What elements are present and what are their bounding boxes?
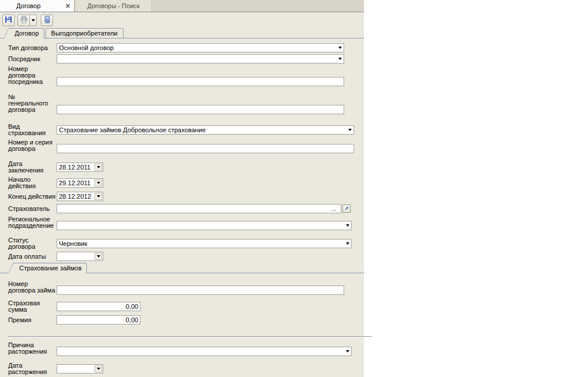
termination-date-label: Дата расторжения (8, 362, 57, 375)
dropdown-arrow-icon (346, 224, 349, 227)
contract-type-select[interactable]: Основной договор (57, 43, 344, 52)
calculator-button[interactable] (41, 15, 53, 26)
intermediary-select[interactable] (57, 54, 344, 64)
contract-status-value: Черновик (59, 240, 344, 247)
print-dropdown-button[interactable] (30, 15, 37, 26)
insured-sum-label: Страховая сумма (8, 300, 57, 313)
save-icon (5, 16, 12, 24)
termination-reason-select[interactable] (57, 347, 352, 356)
document-tabstrip: Договор ✕ Договоры - Поиск (0, 0, 364, 12)
end-date-picker[interactable]: 28.12.2012 (57, 192, 103, 201)
tab-contracts-search-label: Договоры - Поиск (88, 2, 140, 9)
insured-input[interactable]: … (57, 204, 341, 213)
start-date-label: Начало действия (8, 176, 57, 189)
page-tab-contract-label: Договор (15, 30, 39, 37)
insurance-kind-value: Страхование займов Добровольное страхова… (59, 126, 346, 133)
dropdown-arrow-icon (97, 182, 100, 184)
loan-tab-label: Страхование займов (19, 265, 82, 272)
page-tabstrip: Договор Выгодоприобретатели (0, 28, 364, 38)
close-icon[interactable]: ✕ (65, 3, 71, 9)
loan-number-label: Номер договора займа (8, 280, 57, 295)
contract-type-label: Тип договора (8, 44, 57, 51)
dropdown-arrow-icon (97, 195, 100, 198)
regional-unit-label: Региональное подразделение (8, 216, 57, 230)
dropdown-arrow-icon (97, 166, 100, 168)
contract-number-series-input[interactable] (57, 144, 354, 153)
browse-ellipsis-button[interactable]: … (330, 206, 339, 211)
loan-tab[interactable]: Страхование займов (14, 263, 87, 273)
termination-reason-label: Причина расторжения (8, 341, 57, 356)
intermediary-number-input[interactable] (57, 77, 344, 86)
conclusion-date-label: Дата заключения (8, 160, 57, 174)
contract-form: Тип договора Основной договор Посредник … (0, 43, 364, 377)
intermediary-number-label: Номер договора посредника (8, 65, 57, 86)
end-date-value: 28.12.2012 (59, 193, 94, 200)
dropdown-arrow-icon (338, 47, 342, 49)
calculator-icon (44, 16, 51, 24)
termination-date-picker[interactable] (57, 364, 103, 374)
page-tab-contract[interactable]: Договор (9, 28, 44, 38)
conclusion-date-picker[interactable]: 28.12.2011 (57, 163, 103, 172)
dropdown-arrow-icon (338, 58, 342, 60)
printer-icon (20, 16, 28, 24)
dropdown-arrow-icon (346, 242, 349, 245)
contract-number-series-label: Номер и серия договора (8, 139, 57, 153)
loan-number-input[interactable] (57, 286, 344, 295)
general-number-label: № генерального договора (8, 93, 57, 114)
contract-window: Договор ✕ Договоры - Поиск (0, 0, 364, 377)
premium-input[interactable] (57, 315, 141, 325)
dropdown-arrow-icon (346, 350, 349, 353)
start-date-picker[interactable]: 29.12.2011 (57, 178, 103, 188)
contract-status-select[interactable]: Черновик (57, 239, 352, 248)
save-button[interactable] (2, 15, 15, 26)
open-insured-card-button[interactable] (342, 205, 351, 213)
regional-unit-select[interactable] (57, 221, 352, 230)
print-button[interactable] (18, 15, 30, 26)
insurance-kind-label: Вид страхования (8, 123, 57, 136)
toolbar (0, 12, 364, 28)
conclusion-date-value: 28.12.2011 (59, 164, 94, 171)
chevron-down-icon (32, 19, 35, 22)
payment-date-picker[interactable] (57, 252, 103, 261)
end-date-label: Конец действия (8, 193, 57, 200)
page-tab-beneficiaries-label: Выгодоприобретатели (51, 30, 118, 37)
dropdown-arrow-icon (97, 368, 100, 370)
start-date-value: 29.12.2011 (59, 179, 94, 186)
open-card-arrow-icon (344, 205, 349, 212)
general-number-input[interactable] (57, 105, 344, 114)
payment-date-label: Дата оплаты (8, 253, 57, 260)
dropdown-arrow-icon (348, 129, 352, 131)
page-tab-beneficiaries[interactable]: Выгодоприобретатели (46, 28, 124, 38)
tab-contract[interactable]: Договор ✕ (0, 0, 75, 12)
dropdown-arrow-icon (97, 255, 100, 258)
loan-tabstrip: Страхование займов (0, 263, 364, 273)
insurance-kind-select[interactable]: Страхование займов Добровольное страхова… (57, 125, 354, 135)
contract-type-value: Основной договор (59, 44, 336, 51)
tab-contract-label: Договор (16, 2, 41, 9)
intermediary-label: Посредник (8, 55, 57, 62)
section-separator (8, 336, 372, 337)
tab-contracts-search[interactable]: Договоры - Поиск (76, 0, 152, 12)
premium-label: Премия (8, 316, 57, 323)
insured-label: Страхователь (8, 205, 57, 212)
insured-sum-input[interactable] (57, 302, 141, 311)
contract-status-label: Статус договора (8, 237, 57, 250)
